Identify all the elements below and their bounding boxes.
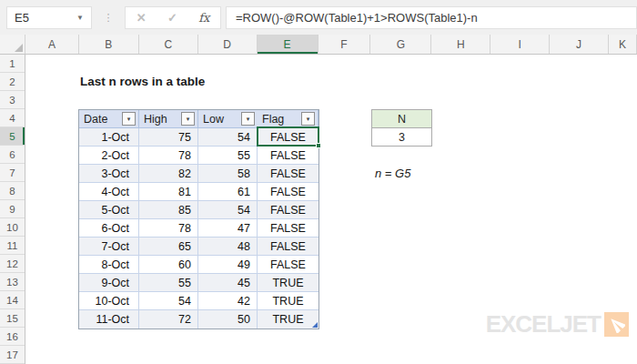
column-header-H[interactable]: H (431, 35, 490, 54)
table-cell[interactable]: 8-Oct (79, 256, 139, 274)
table-cell[interactable]: 42 (198, 292, 258, 310)
table-cell[interactable]: 78 (139, 219, 198, 238)
table-header-date[interactable]: Date▾ (79, 110, 139, 128)
table-cell[interactable]: 10-Oct (79, 292, 139, 310)
column-header-D[interactable]: D (198, 35, 258, 54)
column-header-G[interactable]: G (370, 35, 431, 54)
table-cell[interactable]: FALSE (258, 201, 318, 219)
table-header-label: Flag (262, 113, 284, 126)
cancel-button[interactable]: ✕ (136, 11, 147, 25)
table-cell[interactable]: 1-Oct (79, 128, 139, 147)
table-cell[interactable]: 81 (139, 183, 198, 201)
table-cell[interactable]: 61 (198, 183, 258, 201)
column-header-E[interactable]: E (258, 35, 318, 54)
table-cell[interactable]: 72 (139, 310, 198, 329)
table-cell[interactable]: TRUE (258, 310, 318, 329)
table-cell[interactable]: FALSE (258, 183, 318, 201)
table-cell[interactable]: 6-Oct (79, 219, 139, 238)
table-cell[interactable]: 54 (198, 128, 258, 147)
table-cell[interactable]: 58 (198, 165, 258, 183)
table-cell[interactable]: 5-Oct (79, 201, 139, 219)
filter-dropdown-icon[interactable]: ▾ (122, 112, 136, 126)
table-cell[interactable]: TRUE (258, 274, 318, 292)
table-cell[interactable]: 55 (139, 274, 198, 292)
table-cell[interactable]: 54 (198, 201, 258, 219)
exceljet-logo-text: EXCELJET (486, 312, 601, 337)
paper-plane-icon (604, 312, 629, 337)
row-header-12[interactable]: 12 (0, 255, 25, 273)
row-header-5[interactable]: 5 (0, 127, 25, 146)
n-box-value-cell[interactable]: 3 (372, 128, 431, 146)
table-cell[interactable]: FALSE (258, 238, 318, 256)
table-cell[interactable]: FALSE (258, 256, 318, 274)
table-cell[interactable]: 3-Oct (79, 165, 139, 183)
column-header-J[interactable]: J (550, 35, 609, 54)
table-cell[interactable]: TRUE (258, 292, 318, 310)
table-cell[interactable]: 54 (139, 292, 198, 310)
table-cell[interactable]: 49 (198, 256, 258, 274)
formula-text: =ROW()-@ROW(Table1)+1>ROWS(Table1)-n (236, 11, 478, 25)
row-header-6[interactable]: 6 (0, 146, 25, 164)
row-header-11[interactable]: 11 (0, 237, 25, 255)
table-header-flag[interactable]: Flag▾ (258, 110, 318, 128)
table-cell[interactable]: 9-Oct (79, 274, 139, 292)
row-header-1[interactable]: 1 (0, 55, 25, 73)
row-header-10[interactable]: 10 (0, 218, 25, 237)
row-headers: 1234567891011121314151617 (0, 55, 25, 364)
row-header-17[interactable]: 17 (0, 346, 25, 364)
table-cell[interactable]: 60 (139, 256, 198, 274)
note-text[interactable]: n = G5 (375, 167, 410, 180)
table-cell[interactable]: FALSE (258, 128, 318, 147)
table-cell[interactable]: 65 (139, 238, 198, 256)
insert-function-icon[interactable]: fx (198, 11, 209, 25)
column-header-I[interactable]: I (490, 35, 550, 54)
enter-button[interactable]: ✓ (167, 11, 177, 25)
row-header-4[interactable]: 4 (0, 109, 25, 127)
row-header-8[interactable]: 8 (0, 182, 25, 200)
exceljet-logo: EXCELJET (486, 312, 629, 337)
row-header-14[interactable]: 14 (0, 291, 25, 309)
table-cell[interactable]: 11-Oct (79, 310, 139, 329)
n-box-header-cell[interactable]: N (372, 110, 431, 128)
table-cell[interactable]: 85 (139, 201, 198, 219)
filter-dropdown-icon[interactable]: ▾ (301, 112, 315, 126)
filter-dropdown-icon[interactable]: ▾ (181, 112, 195, 126)
row-header-9[interactable]: 9 (0, 200, 25, 218)
row-header-3[interactable]: 3 (0, 91, 25, 109)
select-all-corner[interactable] (0, 35, 25, 54)
table-cell[interactable]: 50 (198, 310, 258, 329)
table-resize-handle[interactable] (312, 322, 318, 328)
table-cell[interactable]: 75 (139, 128, 198, 147)
name-box[interactable]: E5 ▼ (6, 6, 92, 29)
row-header-2[interactable]: 2 (0, 73, 25, 91)
table-cell[interactable]: 55 (198, 147, 258, 165)
table-cell[interactable]: 45 (198, 274, 258, 292)
table-header-label: High (144, 113, 167, 126)
table-header-low[interactable]: Low▾ (198, 110, 258, 128)
table-header-high[interactable]: High▾ (139, 110, 198, 128)
table-cell[interactable]: 2-Oct (79, 147, 139, 165)
formula-bar[interactable]: =ROW()-@ROW(Table1)+1>ROWS(Table1)-n (226, 6, 637, 29)
row-header-13[interactable]: 13 (0, 273, 25, 291)
table-cell[interactable]: FALSE (258, 147, 318, 165)
column-header-C[interactable]: C (139, 35, 198, 54)
table-cell[interactable]: FALSE (258, 165, 318, 183)
table-cell[interactable]: 48 (198, 238, 258, 256)
filter-dropdown-icon[interactable]: ▾ (241, 112, 255, 126)
column-header-B[interactable]: B (79, 35, 139, 54)
table-cell[interactable]: 4-Oct (79, 183, 139, 201)
table-cell[interactable]: FALSE (258, 219, 318, 238)
name-box-dropdown-icon[interactable]: ▼ (76, 14, 84, 22)
sheet-title[interactable]: Last n rows in a table (80, 75, 205, 88)
row-header-16[interactable]: 16 (0, 328, 25, 346)
row-header-7[interactable]: 7 (0, 164, 25, 182)
table-cell[interactable]: 82 (139, 165, 198, 183)
column-header-K[interactable]: K (609, 35, 637, 54)
table-cell[interactable]: 78 (139, 147, 198, 165)
column-header-A[interactable]: A (25, 35, 79, 54)
table-cell[interactable]: 7-Oct (79, 238, 139, 256)
row-header-15[interactable]: 15 (0, 309, 25, 328)
table-cell[interactable]: 47 (198, 219, 258, 238)
column-header-F[interactable]: F (318, 35, 371, 54)
name-box-value: E5 (15, 11, 29, 25)
